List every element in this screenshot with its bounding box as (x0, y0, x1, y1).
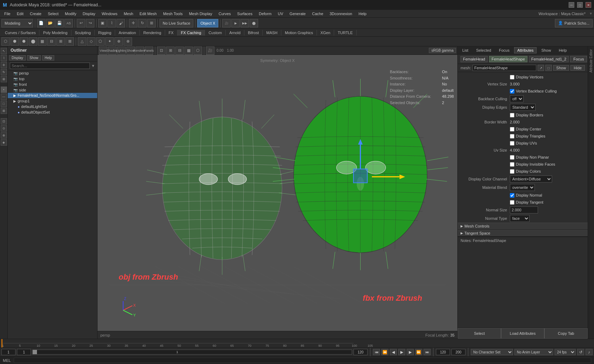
tangent-space-section[interactable]: ▶ Tangent Space (458, 230, 588, 237)
display-borders-checkbox[interactable]: Display Borders (510, 113, 543, 117)
save-as-button[interactable]: AS (64, 19, 73, 27)
tb2-btn3[interactable]: ⬣ (20, 37, 28, 46)
character-set-dropdown[interactable]: No Character Set (471, 349, 513, 355)
tab-custom[interactable]: Custom (205, 30, 226, 36)
display-colors-checkbox[interactable]: Display Colors (510, 169, 541, 174)
outliner-item-top[interactable]: 📷 top (8, 76, 97, 82)
node-tab-femalehead[interactable]: FemaleHead (461, 56, 488, 62)
lasso-tool[interactable]: ⌇ (107, 19, 116, 27)
loop-btn[interactable]: ↺ (577, 349, 584, 355)
magnet-btn[interactable]: ⊙ (1, 125, 7, 132)
tab-selected[interactable]: Selected (473, 47, 494, 53)
outliner-item-femalehead[interactable]: ▶ FemaleHead_NoSmoothNormals:Gro... (8, 93, 97, 98)
vp-cam-icon[interactable]: 🎥 (206, 46, 214, 55)
tab-turtle[interactable]: TURTLE (334, 30, 357, 36)
audio-btn[interactable]: ♪ (586, 349, 593, 355)
tb2-btn13[interactable]: ⊕ (114, 37, 123, 46)
mesh-controls-section[interactable]: ▶ Mesh Controls (458, 223, 588, 230)
vp-panels-btn[interactable]: Panels (145, 46, 153, 55)
undo-button[interactable]: ↩ (77, 19, 85, 27)
menu-edit[interactable]: Edit (14, 11, 26, 17)
tab-mash[interactable]: MASH (263, 30, 281, 36)
playback-slider[interactable]: 1 (32, 350, 352, 355)
tb2-btn8[interactable]: ⊠ (65, 37, 74, 46)
menu-mesh-display[interactable]: Mesh Display (186, 11, 215, 17)
menu-edit-mesh[interactable]: Edit Mesh (137, 11, 160, 17)
vp-renderer-btn[interactable]: Renderer (136, 46, 144, 55)
tab-attributes[interactable]: Attributes (514, 47, 537, 53)
tab-fx-caching[interactable]: FX Caching (177, 30, 205, 36)
maximize-button[interactable]: □ (577, 2, 583, 8)
menu-create[interactable]: Create (27, 11, 44, 17)
material-blend-select[interactable]: overwrite multiply add (510, 184, 535, 191)
paint-select-tool[interactable]: 🖌 (117, 19, 125, 27)
play-start-btn[interactable]: ⏮ (373, 349, 380, 355)
menu-surfaces[interactable]: Surfaces (235, 11, 255, 17)
hide-button[interactable]: Hide (570, 65, 585, 71)
timeline-ruler[interactable]: 1 5 10 15 20 25 30 35 40 45 50 55 60 65 … (1, 339, 593, 347)
menu-generate[interactable]: Generate (287, 11, 308, 17)
display-uvs-checkbox[interactable]: Display UVs (510, 141, 537, 146)
display-invisible-checkbox[interactable]: Display Invisible Faces (510, 162, 555, 167)
tab-animation[interactable]: Animation (115, 30, 140, 36)
menu-windows[interactable]: Windows (99, 11, 120, 17)
render-btn[interactable]: ▶ (231, 19, 240, 27)
attr-editor-tab-label[interactable]: Attribute Editor (589, 48, 593, 74)
vp-icon3[interactable]: ⊟ (175, 46, 184, 55)
outliner-show-btn[interactable]: Show (27, 55, 41, 60)
tb2-btn9[interactable]: △ (78, 37, 86, 46)
tab-list[interactable]: List (459, 47, 471, 53)
display-center-checkbox[interactable]: Display Center (510, 127, 541, 132)
tab-rigging[interactable]: Rigging (95, 30, 115, 36)
tb2-btn11[interactable]: ⬠ (96, 37, 105, 46)
face-btn[interactable]: □ (1, 101, 7, 107)
outliner-item-defaultobjectset[interactable]: ● defaultObjectSet (8, 109, 97, 115)
tab-help[interactable]: Help (556, 47, 570, 53)
vp-lighting-btn[interactable]: Lighting (117, 46, 126, 55)
playback-thumb[interactable] (33, 350, 37, 354)
outliner-item-group1[interactable]: ▶ group1 (8, 98, 97, 104)
display-vertices-checkbox[interactable]: Display Vertices (510, 75, 543, 79)
viewport-3d-content[interactable]: Symmetry: Object X Backlaces: On Smoothn… (98, 55, 457, 331)
select-mode-btn[interactable]: ↖ (1, 48, 7, 54)
frame-start-input[interactable] (1, 349, 15, 355)
save-scene-button[interactable]: 💾 (55, 19, 64, 27)
tb2-btn10[interactable]: ◇ (87, 37, 95, 46)
camera-btn[interactable]: 🎥 (222, 19, 231, 27)
frame-end-input[interactable] (354, 349, 368, 355)
search-dropdown-btn[interactable]: ▼ (91, 64, 95, 68)
close-button[interactable]: ✕ (586, 2, 591, 8)
tab-arnold[interactable]: Arnold (226, 30, 244, 36)
scale-mode-btn[interactable]: ⊞ (1, 76, 7, 82)
open-scene-button[interactable]: 📂 (46, 19, 55, 27)
tab-curves-surfaces[interactable]: Curves / Surfaces (1, 30, 39, 36)
play-end-btn[interactable]: ⏭ (424, 349, 431, 355)
menu-file[interactable]: File (1, 11, 13, 17)
vp-icon2[interactable]: ⊞ (166, 46, 175, 55)
vp-shading-btn[interactable]: Shading (108, 46, 117, 55)
tab-fx[interactable]: FX (165, 30, 177, 36)
tool3-btn[interactable]: ⊛ (1, 132, 7, 139)
move-mode-btn[interactable]: ✛ (1, 62, 7, 68)
menu-deform[interactable]: Deform (256, 11, 274, 17)
mesh-link-btn[interactable]: ↗ (538, 65, 544, 71)
tab-focus[interactable]: Focus (496, 47, 513, 53)
menu-uv[interactable]: UV (275, 11, 286, 17)
mesh-value-input[interactable] (473, 65, 536, 71)
menu-3dconnexion[interactable]: 3Dconnexion (327, 11, 355, 17)
scale-tool[interactable]: ⊞ (147, 19, 156, 27)
tab-sculpting[interactable]: Sculpting (71, 30, 95, 36)
next-keyframe-btn[interactable]: ⏩ (415, 349, 422, 355)
lasso-mode-btn[interactable]: ⌇ (1, 55, 7, 61)
playback-start-input[interactable] (436, 349, 450, 355)
rotate-mode-btn[interactable]: ↻ (1, 69, 7, 75)
workspace-expand[interactable]: ▼ (589, 12, 593, 15)
tb2-btn6[interactable]: ⊟ (47, 37, 56, 46)
tab-bifrost[interactable]: Bifrost (244, 30, 263, 36)
render2-btn[interactable]: ▶▶ (240, 19, 249, 27)
vp-view-btn[interactable]: View (99, 46, 107, 55)
select-tool[interactable]: ▣ (98, 19, 107, 27)
mesh-copy-btn[interactable]: □ (545, 65, 552, 71)
prev-frame-btn[interactable]: ◀ (390, 349, 397, 355)
load-attributes-button[interactable]: Load Attributes (501, 328, 544, 339)
